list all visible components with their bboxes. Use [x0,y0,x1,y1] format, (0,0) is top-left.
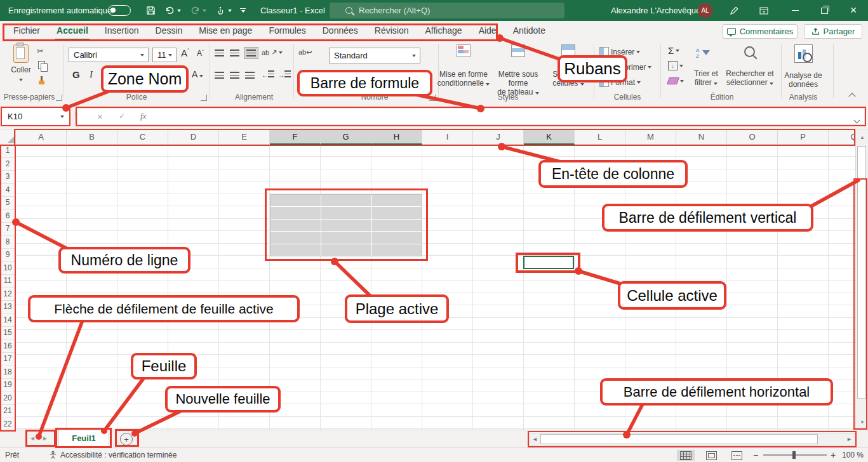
find-select-button[interactable]: Rechercher etsélectionner [744,46,755,57]
align-top-button[interactable] [215,50,224,56]
row-header-1[interactable]: 1 [0,145,16,158]
share-button[interactable]: Partager [804,24,862,39]
scroll-right-button[interactable]: ► [846,436,852,442]
number-format-select[interactable]: Standard [329,48,420,63]
row-header-2[interactable]: 2 [0,158,16,171]
row-header-5[interactable]: 5 [0,197,16,210]
increase-font-button[interactable]: Aˆ [181,48,189,58]
row-header-3[interactable]: 3 [0,171,16,184]
clipboard-dialog-launcher[interactable] [56,95,62,101]
align-right-button[interactable] [245,72,255,79]
format-painter-button[interactable] [37,76,46,85]
bold-button[interactable]: G [72,69,80,80]
row-header-20[interactable]: 20 [0,392,16,406]
wrap-text-button[interactable]: ab↩ [298,48,312,56]
row-header-13[interactable]: 13 [0,301,16,314]
scroll-down-button[interactable]: ▼ [856,415,868,430]
row-header-9[interactable]: 9 [0,249,16,262]
zoom-level[interactable]: 100 % [842,451,864,459]
inking-button[interactable] [729,0,739,21]
analyze-data-button[interactable]: Analyse dedonnées [780,44,827,63]
row-header-18[interactable]: 18 [0,366,16,380]
row-header-6[interactable]: 6 [0,210,16,223]
column-header-J[interactable]: J [473,130,524,145]
active-range[interactable] [270,194,422,256]
orientation-button[interactable]: ab↗ [262,48,283,56]
row-header-10[interactable]: 10 [0,262,16,275]
conditional-formatting-button[interactable]: Mise en formeconditionnelle [435,44,492,57]
clear-button[interactable] [668,77,684,84]
column-header-N[interactable]: N [676,130,727,145]
column-header-M[interactable]: M [625,130,676,145]
column-header-F[interactable]: F [270,130,321,145]
row-header-7[interactable]: 7 [0,223,16,236]
normal-view-button[interactable] [677,450,695,461]
row-header-16[interactable]: 16 [0,340,16,353]
row-header-15[interactable]: 15 [0,327,16,340]
vertical-scrollbar[interactable]: ▲ ▼ [855,130,868,430]
copy-button[interactable] [38,61,45,69]
sheet-scroll-right-button[interactable]: ► [42,435,48,442]
page-break-view-button[interactable] [728,450,745,461]
row-header-19[interactable]: 19 [0,379,16,392]
horizontal-scrollbar[interactable]: ◄ ► [529,433,855,446]
redo-button[interactable] [190,0,206,21]
tab-antidote[interactable]: Antidote [505,21,554,41]
formula-bar[interactable]: × ✓ fx [77,108,865,125]
scroll-up-button[interactable]: ▲ [856,130,868,145]
comments-button[interactable]: Commentaires [723,24,798,39]
zoom-slider-thumb[interactable] [792,451,796,459]
search-input[interactable]: Rechercher (Alt+Q) [330,3,564,18]
name-box[interactable]: K10 [2,108,70,125]
accessibility-status[interactable]: Accessibilité : vérification terminée [60,451,177,459]
zoom-out-button[interactable]: − [753,450,758,460]
undo-button[interactable] [165,0,181,21]
tab-mise-en-page[interactable]: Mise en page [190,21,260,41]
row-header-8[interactable]: 8 [0,236,16,249]
align-bottom-button[interactable] [244,48,258,58]
fill-button[interactable]: ↓ [668,61,683,70]
tab-dessin[interactable]: Dessin [147,21,191,41]
touch-mode-button[interactable] [216,0,232,21]
font-name-select[interactable]: Calibri [69,48,149,62]
avatar[interactable]: AL [698,0,712,21]
column-header-I[interactable]: I [422,130,473,145]
column-header-H[interactable]: H [371,130,422,145]
autosave-toggle[interactable] [108,0,131,21]
column-header-A[interactable]: A [16,130,67,145]
tab-formules[interactable]: Formules [260,21,314,41]
row-header-22[interactable]: 22 [0,418,16,430]
font-dialog-launcher[interactable] [201,95,207,101]
ribbon-display-button[interactable] [759,0,769,21]
row-header-12[interactable]: 12 [0,288,16,301]
cut-button[interactable]: ✂ [37,46,44,56]
vertical-scroll-thumb[interactable] [857,146,866,399]
new-sheet-button[interactable]: + [120,433,133,446]
decrease-indent-button[interactable]: ← [262,70,274,79]
increase-indent-button[interactable]: → [278,70,291,79]
restore-button[interactable] [815,0,834,21]
row-header-17[interactable]: 17 [0,353,16,366]
italic-button[interactable]: I [90,69,93,80]
row-header-11[interactable]: 11 [0,275,16,288]
tab-affichage[interactable]: Affichage [417,21,471,41]
page-layout-view-button[interactable] [702,450,720,461]
tab-accueil[interactable]: Accueil [48,21,97,41]
align-middle-button[interactable] [230,50,239,56]
column-header-E[interactable]: E [219,130,270,145]
paste-button[interactable]: Coller [6,44,36,83]
row-header-21[interactable]: 21 [0,405,16,418]
cancel-icon[interactable]: × [97,111,103,122]
column-header-L[interactable]: L [575,130,625,145]
align-left-button[interactable] [215,72,224,79]
column-header-D[interactable]: D [168,130,219,145]
zoom-in-button[interactable]: + [831,450,836,460]
sheet-scroll-left-button[interactable]: ◄ [29,435,36,442]
row-header-14[interactable]: 14 [0,314,16,327]
collapse-ribbon-button[interactable] [850,92,855,101]
horizontal-scroll-thumb[interactable] [540,434,818,444]
column-header-C[interactable]: C [117,130,168,145]
column-header-Q[interactable]: Q [829,130,855,145]
column-header-B[interactable]: B [67,130,117,145]
tab-aide[interactable]: Aide [471,21,505,41]
